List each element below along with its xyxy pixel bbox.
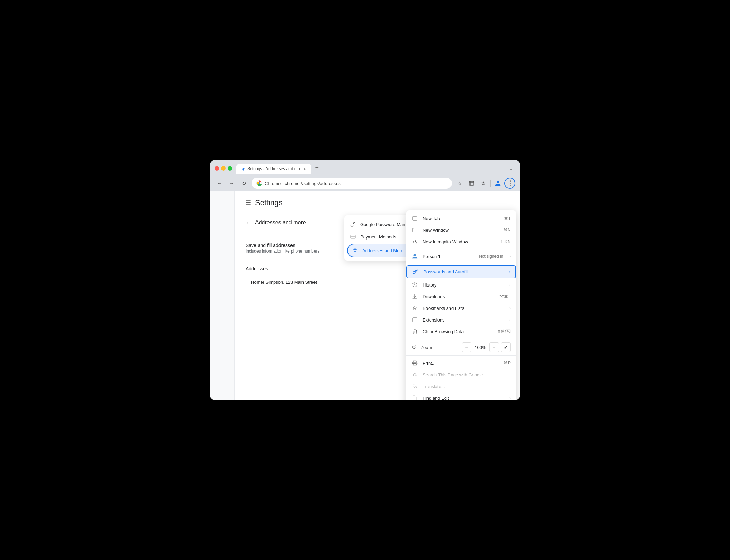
hamburger-icon[interactable]: ☰ (246, 199, 251, 207)
find-icon (412, 395, 418, 400)
menu-item-new-tab[interactable]: New Tab ⌘T (406, 212, 516, 224)
person-row[interactable]: Person 1 Not signed in › (406, 250, 516, 262)
history-label: History (423, 282, 503, 288)
location-pin-icon (352, 247, 358, 254)
translate-icon (412, 383, 418, 389)
nav-icons: ☆ ⚗ ⋮ (455, 178, 515, 189)
menu-divider-1 (406, 249, 516, 249)
maximize-button[interactable] (228, 166, 232, 171)
menu-item-print[interactable]: Print... ⌘P (406, 357, 516, 369)
menu-item-translate: Translate... (406, 381, 516, 392)
experiment-button[interactable]: ⚗ (478, 178, 488, 188)
settings-header: ☰ Settings (246, 198, 509, 207)
person-chevron: › (509, 254, 511, 258)
svg-rect-12 (413, 363, 416, 365)
extensions-icon (412, 317, 418, 323)
page-content: ☰ Settings ← Addresses and more Save and… (210, 191, 520, 400)
zoom-controls: − 100% + ⤢ (462, 342, 511, 352)
extension-button[interactable] (466, 178, 477, 188)
person-icon (412, 253, 418, 259)
downloads-icon (412, 293, 418, 300)
menu-item-history[interactable]: History › (406, 279, 516, 291)
new-tab-button[interactable]: + (311, 163, 322, 173)
zoom-expand-button[interactable]: ⤢ (501, 342, 511, 352)
tab-title: Settings - Addresses and mo (247, 166, 300, 171)
menu-item-incognito[interactable]: New Incognito Window ⇧⌘N (406, 236, 516, 247)
svg-point-4 (355, 249, 356, 250)
passwords-icon (412, 269, 419, 275)
passwords-chevron: › (509, 270, 510, 274)
new-window-icon (412, 227, 418, 233)
svg-rect-3 (351, 235, 355, 238)
title-bar: Settings - Addresses and mo × + ⌄ (210, 160, 520, 176)
tab-close-button[interactable]: × (302, 166, 307, 172)
trash-icon (412, 328, 418, 335)
search-page-label: Search This Page with Google... (423, 372, 511, 377)
autofill-payment-label: Payment Methods (360, 234, 396, 240)
refresh-button[interactable]: ↻ (239, 178, 249, 188)
address-brand: Chrome (265, 181, 281, 186)
svg-point-9 (415, 241, 416, 242)
zoom-minus-button[interactable]: − (462, 342, 471, 352)
downloads-label: Downloads (423, 294, 494, 299)
tabs-row: Settings - Addresses and mo × + ⌄ (236, 163, 515, 174)
nav-divider (490, 180, 491, 187)
google-g-icon: G (412, 372, 418, 378)
page-back-button[interactable]: ← (246, 220, 251, 226)
bookmark-button[interactable]: ☆ (455, 178, 465, 188)
zoom-plus-button[interactable]: + (489, 342, 499, 352)
find-edit-chevron: › (509, 396, 511, 400)
print-shortcut: ⌘P (504, 361, 511, 365)
menu-divider-3 (406, 339, 516, 339)
profile-button[interactable] (493, 178, 503, 188)
menu-item-search-page: G Search This Page with Google... (406, 369, 516, 381)
downloads-shortcut: ⌥⌘L (499, 294, 511, 299)
window-controls (215, 166, 232, 171)
print-label: Print... (423, 361, 499, 366)
bookmarks-icon (412, 305, 418, 311)
clear-browsing-label: Clear Browsing Data... (423, 329, 492, 334)
menu-divider-2 (406, 264, 516, 264)
tab-favicon-icon (240, 166, 245, 171)
page-section-title: Addresses and more (255, 220, 306, 226)
menu-item-downloads[interactable]: Downloads ⌥⌘L (406, 291, 516, 302)
passwords-label: Passwords and Autofill (423, 269, 502, 275)
active-tab[interactable]: Settings - Addresses and mo × (236, 164, 311, 174)
minimize-button[interactable] (221, 166, 226, 171)
history-chevron: › (509, 283, 511, 287)
more-button[interactable]: ⋮ (504, 178, 515, 189)
find-edit-label: Find and Edit (423, 396, 503, 400)
svg-rect-5 (413, 216, 417, 220)
back-button[interactable]: ← (215, 178, 224, 188)
autofill-addresses-label: Addresses and More (362, 248, 403, 253)
menu-item-find-edit[interactable]: Find and Edit › (406, 392, 516, 400)
tab-list-button[interactable]: ⌄ (506, 165, 515, 172)
bookmarks-chevron: › (509, 306, 511, 310)
chrome-menu: New Tab ⌘T New Window ⌘N (406, 210, 516, 400)
close-button[interactable] (215, 166, 219, 171)
menu-item-extensions[interactable]: Extensions › (406, 314, 516, 326)
zoom-value: 100% (474, 345, 487, 350)
extensions-label: Extensions (423, 317, 503, 323)
settings-title: Settings (255, 198, 283, 207)
person-name: Person 1 (423, 254, 474, 259)
settings-sidebar (210, 191, 235, 400)
address-bar[interactable]: Chrome chrome://settings/addresses (252, 178, 452, 189)
incognito-icon (412, 238, 418, 245)
person-status: Not signed in (479, 254, 503, 259)
menu-item-passwords-autofill[interactable]: Passwords and Autofill › (406, 265, 516, 278)
translate-label: Translate... (423, 384, 511, 389)
menu-item-new-window[interactable]: New Window ⌘N (406, 224, 516, 236)
browser-window: Settings - Addresses and mo × + ⌄ ← → ↻ … (210, 160, 520, 400)
credit-card-icon (350, 234, 356, 240)
new-tab-shortcut: ⌘T (504, 216, 511, 221)
title-bar-top: Settings - Addresses and mo × + ⌄ (215, 163, 515, 174)
svg-point-8 (413, 241, 414, 242)
key-icon (350, 221, 356, 228)
zoom-row: Zoom − 100% + ⤢ (406, 340, 516, 354)
address-favicon-icon (256, 180, 262, 186)
new-tab-label: New Tab (423, 216, 499, 221)
menu-item-bookmarks[interactable]: Bookmarks and Lists › (406, 302, 516, 314)
menu-item-clear-browsing[interactable]: Clear Browsing Data... ⇧⌘⌫ (406, 326, 516, 337)
forward-button[interactable]: → (227, 178, 237, 188)
